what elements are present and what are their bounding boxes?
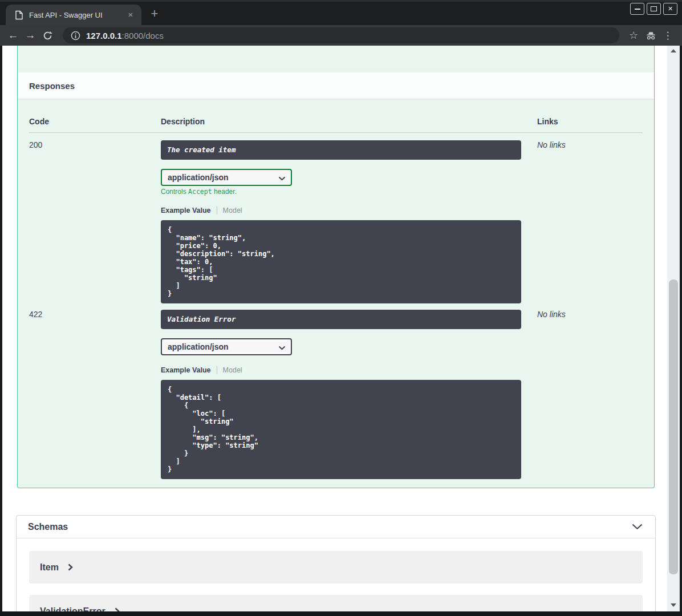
scroll-up-button[interactable] (667, 47, 680, 55)
column-header-description: Description (161, 117, 521, 126)
window-bottom-edge (0, 611, 682, 616)
new-tab-button[interactable]: + (147, 7, 162, 22)
chevron-down-icon (278, 346, 286, 350)
back-button[interactable]: ← (5, 27, 22, 43)
address-bar[interactable]: 127.0.0.1:8000/docs (63, 27, 619, 43)
maximize-button[interactable] (647, 3, 661, 15)
schema-label: ValidationError (40, 606, 105, 612)
media-type-select[interactable]: application/json (161, 169, 292, 186)
response-row-422: 422 Validation Error application/json Ex… (29, 303, 643, 479)
tab-title: Fast API - Swagger UI (29, 11, 125, 19)
scrollbar[interactable] (667, 46, 680, 611)
schemas-section: Schemas Item ValidationError (16, 515, 656, 611)
maximize-icon (651, 6, 657, 11)
links-cell: No links (537, 310, 644, 479)
incognito-icon (646, 31, 656, 40)
tab-close-button[interactable]: × (125, 10, 136, 20)
minimize-button[interactable] (630, 3, 644, 15)
post-opblock: Responses Code Description Links 200 The… (17, 46, 655, 488)
responses-table-header: Code Description Links (29, 110, 643, 133)
menu-button[interactable]: ⋮ (659, 27, 676, 43)
scroll-up-icon (671, 49, 676, 52)
tab-model[interactable]: Model (223, 206, 242, 214)
schema-label: Item (40, 562, 59, 573)
example-model-tabs: Example Value Model (161, 366, 521, 374)
window-top-edge (0, 0, 682, 2)
responses-table: Code Description Links 200 The created i… (29, 110, 643, 479)
column-header-links: Links (537, 117, 644, 126)
example-model-tabs: Example Value Model (161, 206, 521, 214)
response-row-200: 200 The created item application/json Co… (29, 133, 643, 303)
window-controls: ✕ (630, 3, 677, 15)
scroll-down-button[interactable] (667, 601, 680, 609)
browser-window: Fast API - Swagger UI × + ✕ ← → 127.0.0.… (0, 0, 682, 616)
url-text[interactable]: 127.0.0.1:8000/docs (86, 31, 164, 40)
accept-header-hint: Controls Accept header. (161, 188, 521, 196)
scroll-down-icon (671, 603, 676, 607)
close-button[interactable]: ✕ (663, 3, 677, 15)
responses-section-header: Responses (18, 72, 654, 99)
site-info-icon[interactable] (71, 31, 80, 40)
links-cell: No links (537, 140, 644, 303)
browser-tab[interactable]: Fast API - Swagger UI × (6, 5, 141, 25)
bookmark-star-button[interactable]: ☆ (625, 27, 642, 43)
schemas-title: Schemas (28, 522, 632, 532)
url-host: 127.0.0.1 (86, 31, 122, 40)
tab-example-value[interactable]: Example Value (161, 206, 211, 214)
response-description-box: Validation Error (161, 310, 521, 329)
schemas-header[interactable]: Schemas (17, 516, 655, 538)
page-content: Responses Code Description Links 200 The… (0, 46, 682, 611)
example-json-block: { "detail": [ { "loc": [ "string" ], "ms… (161, 380, 521, 479)
chevron-right-icon (68, 564, 73, 571)
schemas-body: Item ValidationError (17, 538, 655, 611)
chevron-down-icon (278, 176, 286, 181)
url-path: :8000/docs (122, 31, 164, 40)
document-icon (15, 10, 23, 20)
column-header-code: Code (29, 117, 161, 126)
media-type-value: application/json (168, 342, 229, 351)
minimize-icon (635, 9, 640, 10)
tab-model[interactable]: Model (223, 366, 242, 374)
tab-separator (217, 366, 217, 374)
reload-icon (43, 31, 52, 40)
forward-button[interactable]: → (22, 27, 39, 43)
swagger-page: Responses Code Description Links 200 The… (2, 46, 667, 611)
reload-button[interactable] (39, 27, 56, 43)
schema-item-row[interactable]: Item (29, 551, 643, 583)
tab-example-value[interactable]: Example Value (161, 366, 211, 374)
schema-item-row[interactable]: ValidationError (29, 595, 643, 611)
response-code: 422 (29, 310, 161, 479)
scrollbar-thumb[interactable] (669, 279, 678, 574)
example-json-block: { "name": "string", "price": 0, "descrip… (161, 220, 521, 303)
profile-button[interactable] (642, 27, 659, 43)
tab-separator (217, 206, 217, 214)
chevron-down-icon[interactable] (632, 524, 643, 530)
chevron-right-icon (115, 607, 120, 611)
responses-title: Responses (29, 81, 75, 91)
browser-toolbar: ← → 127.0.0.1:8000/docs ☆ (0, 25, 682, 46)
media-type-select[interactable]: application/json (161, 338, 292, 355)
media-type-value: application/json (168, 173, 229, 182)
window-right-edge (680, 46, 682, 611)
titlebar: Fast API - Swagger UI × + ✕ (0, 0, 682, 25)
response-description-box: The created item (161, 140, 521, 160)
response-code: 200 (29, 140, 161, 303)
